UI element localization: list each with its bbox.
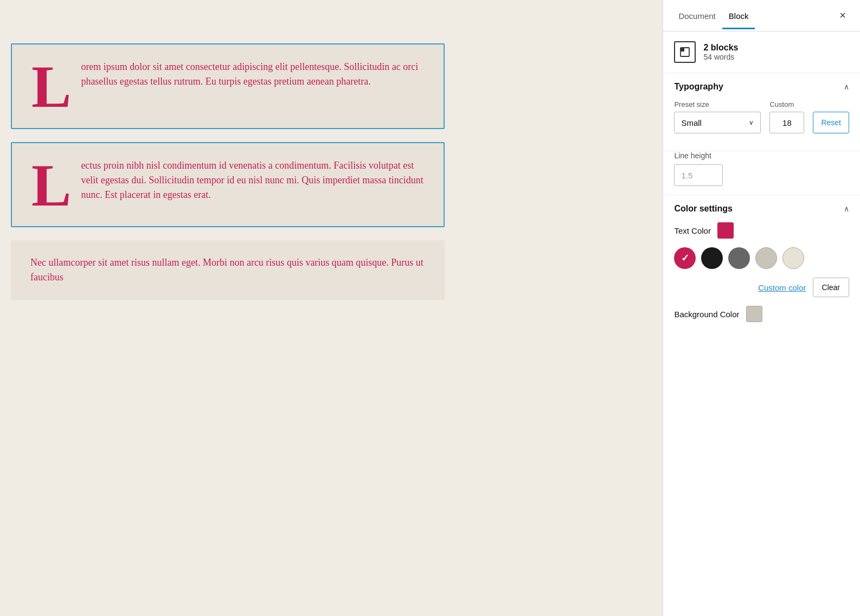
custom-size-input[interactable]: [769, 112, 804, 133]
clear-button[interactable]: Clear: [813, 278, 849, 297]
reset-spacer: [813, 100, 849, 108]
preset-select-value: Small: [681, 118, 702, 127]
sidebar-tabs: Document Block ×: [663, 0, 860, 31]
color-settings-collapse-button[interactable]: ∧: [844, 204, 849, 213]
svg-rect-1: [681, 48, 684, 52]
block-3-text[interactable]: Nec ullamcorper sit amet risus nullam eg…: [30, 255, 425, 285]
line-height-input[interactable]: [674, 164, 723, 186]
text-color-swatch[interactable]: [717, 222, 734, 239]
typography-title: Typography: [674, 82, 723, 92]
typography-section: Typography ∧ Preset size Small ∨ Custom …: [663, 73, 860, 151]
color-settings-section: Color settings ∧ Text Color Custom color…: [663, 195, 860, 331]
palette-color-light-tan[interactable]: [755, 247, 777, 269]
typography-header: Typography ∧: [674, 82, 849, 92]
word-count: 54 words: [703, 53, 738, 61]
line-height-section: Line height: [663, 151, 860, 195]
text-color-row: Text Color: [674, 222, 849, 239]
tab-block[interactable]: Block: [722, 2, 755, 29]
block-1-text[interactable]: orem ipsum dolor sit amet consectetur ad…: [81, 60, 424, 89]
drop-cap-1: L: [31, 62, 71, 113]
preset-field-group: Preset size Small ∨: [674, 100, 761, 133]
preset-select[interactable]: Small ∨: [674, 112, 761, 133]
palette-color-cream[interactable]: [782, 247, 804, 269]
block-1-inner: L orem ipsum dolor sit amet consectetur …: [31, 60, 424, 113]
block-info-section: 2 blocks 54 words: [663, 31, 860, 73]
block-icon: [674, 41, 696, 63]
bg-color-row: Background Color: [674, 306, 849, 322]
palette-color-dark-gray[interactable]: [728, 247, 750, 269]
reset-button[interactable]: Reset: [813, 112, 849, 133]
block-1[interactable]: L orem ipsum dolor sit amet consectetur …: [11, 43, 445, 129]
block-3[interactable]: Nec ullamcorper sit amet risus nullam eg…: [11, 240, 445, 300]
sidebar: Document Block × 2 blocks 54 words Typog…: [663, 0, 860, 616]
color-palette: [674, 247, 849, 269]
bg-color-label: Background Color: [674, 310, 739, 319]
reset-field-group: Reset: [813, 100, 849, 133]
close-button[interactable]: ×: [834, 7, 851, 24]
typography-fields: Preset size Small ∨ Custom Reset: [674, 100, 849, 133]
custom-color-link[interactable]: Custom color: [758, 283, 806, 292]
color-actions: Custom color Clear: [674, 278, 849, 297]
block-type-icon: [679, 47, 690, 57]
custom-field-group: Custom: [769, 100, 804, 133]
block-count: 2 blocks: [703, 43, 738, 53]
preset-label: Preset size: [674, 100, 761, 108]
block-2-text[interactable]: ectus proin nibh nisl condimentum id ven…: [81, 158, 424, 202]
block-2-inner: L ectus proin nibh nisl condimentum id v…: [31, 158, 424, 211]
color-settings-header: Color settings ∧: [674, 204, 849, 214]
palette-color-black[interactable]: [701, 247, 723, 269]
typography-collapse-button[interactable]: ∧: [844, 82, 849, 91]
drop-cap-2: L: [31, 161, 71, 211]
palette-color-crimson[interactable]: [674, 247, 696, 269]
tab-document[interactable]: Document: [672, 2, 722, 29]
main-content: L orem ipsum dolor sit amet consectetur …: [0, 0, 455, 616]
color-settings-title: Color settings: [674, 204, 733, 214]
bg-color-swatch[interactable]: [746, 306, 762, 322]
preset-chevron-icon: ∨: [749, 119, 754, 126]
text-color-label: Text Color: [674, 226, 711, 235]
block-info-text: 2 blocks 54 words: [703, 43, 738, 61]
block-2[interactable]: L ectus proin nibh nisl condimentum id v…: [11, 142, 445, 228]
line-height-label: Line height: [674, 151, 849, 160]
custom-label: Custom: [769, 100, 804, 108]
